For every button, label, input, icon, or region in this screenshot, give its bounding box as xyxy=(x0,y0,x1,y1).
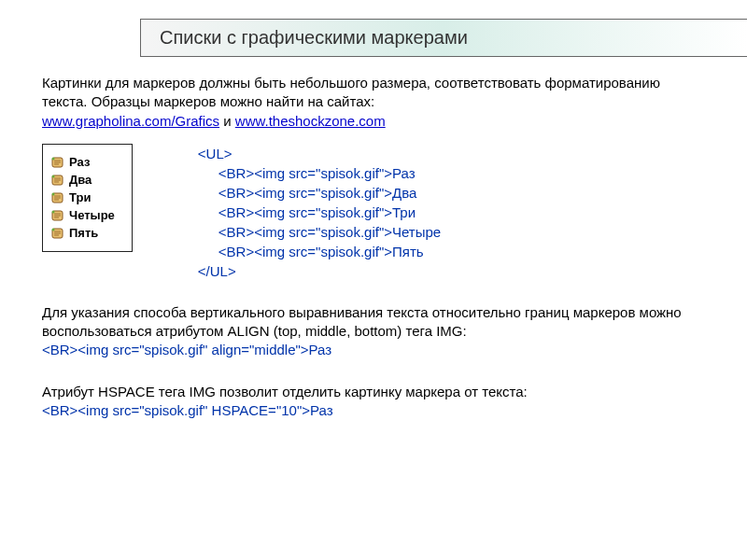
demo-list-box: Раз Два Три Четыре Пять xyxy=(42,144,133,252)
hspace-code: <BR><img src="spisok.gif" HSPACE="10">Ра… xyxy=(42,401,705,420)
code-line: <BR><img src="spisok.gif">Пять xyxy=(218,242,441,261)
list-item: Раз xyxy=(50,155,115,170)
page-title: Списки с графическими маркерами xyxy=(140,19,747,57)
link-grapholina[interactable]: www.grapholina.com/Grafics xyxy=(42,113,219,129)
code-line: <BR><img src="spisok.gif">Четыре xyxy=(218,222,441,242)
intro-text: Картинки для маркеров должны быть неболь… xyxy=(42,75,660,109)
demo-item-label: Два xyxy=(69,173,92,187)
demo-item-label: Раз xyxy=(69,155,90,169)
hspace-text: Атрибут HSPACE тега IMG позволит отделит… xyxy=(42,383,705,401)
list-item: Три xyxy=(50,190,115,205)
svg-point-7 xyxy=(52,210,55,213)
list-item: Четыре xyxy=(50,208,115,223)
intro-sep: и xyxy=(219,113,235,129)
list-item: Два xyxy=(50,173,115,188)
link-theshockzone[interactable]: www.theshockzone.com xyxy=(235,113,386,129)
demo-item-label: Три xyxy=(69,190,91,204)
svg-point-1 xyxy=(52,157,55,160)
list-item: Пять xyxy=(50,226,115,241)
svg-point-3 xyxy=(52,175,55,177)
code-line: <BR><img src="spisok.gif">Раз xyxy=(218,163,441,183)
code-line: <BR><img src="spisok.gif">Два xyxy=(218,183,441,203)
svg-point-9 xyxy=(52,228,55,231)
code-example: <UL> <BR><img src="spisok.gif">Раз <BR><… xyxy=(198,144,441,281)
align-text: Для указания способа вертикального вырав… xyxy=(42,303,705,342)
scroll-icon xyxy=(50,226,65,241)
code-line: </UL> xyxy=(198,261,441,281)
demo-item-label: Пять xyxy=(69,226,98,240)
scroll-icon xyxy=(50,208,65,223)
intro-paragraph: Картинки для маркеров должны быть неболь… xyxy=(42,74,705,131)
scroll-icon xyxy=(50,190,65,205)
hspace-section: Атрибут HSPACE тега IMG позволит отделит… xyxy=(42,383,705,421)
scroll-icon xyxy=(50,173,65,188)
align-section: Для указания способа вертикального вырав… xyxy=(42,303,705,360)
code-line: <BR><img src="spisok.gif">Три xyxy=(218,203,441,222)
code-line: <UL> xyxy=(198,144,441,163)
align-code: <BR><img src="spisok.gif" align="middle"… xyxy=(42,341,705,359)
svg-point-5 xyxy=(52,192,55,195)
demo-item-label: Четыре xyxy=(69,208,115,222)
scroll-icon xyxy=(50,155,65,170)
